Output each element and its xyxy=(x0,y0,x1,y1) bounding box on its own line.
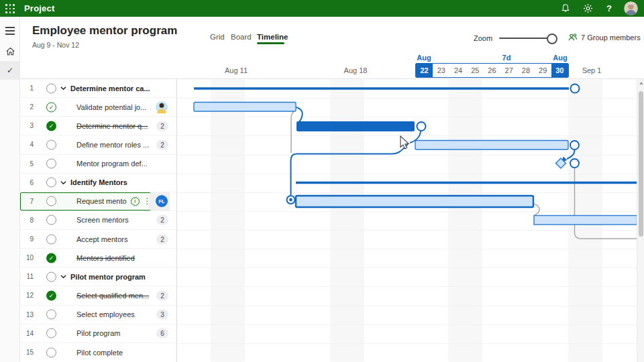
task-complete-toggle[interactable]: ✓ xyxy=(46,253,56,263)
task-row[interactable]: 1 ✓ Determine mentor ca... i ⋮ xyxy=(20,79,176,98)
range-end-month: Aug xyxy=(553,54,567,62)
task-name[interactable]: Pilot program xyxy=(76,329,120,337)
hamburger-menu-icon[interactable] xyxy=(0,21,20,40)
task-row[interactable]: 11 ✓ Pilot mentor program i ⋮ xyxy=(20,267,176,286)
task-row[interactable]: 7 ✓ Request mento i ⋮ FL xyxy=(20,192,176,211)
info-icon[interactable]: i xyxy=(131,197,140,206)
task-row[interactable]: 13 ✓ Select employees i ⋮ 3 xyxy=(20,306,176,324)
task-complete-toggle[interactable]: ✓ xyxy=(46,272,56,282)
task-name[interactable]: Mentors identified xyxy=(76,254,135,262)
day-cell[interactable]: 27 xyxy=(500,64,517,77)
task-complete-toggle[interactable]: ✓ xyxy=(46,159,56,169)
task-complete-toggle[interactable]: ✓ xyxy=(46,196,56,206)
task-complete-toggle[interactable]: ✓ xyxy=(46,310,56,320)
scrollbar-up-arrow-icon[interactable] xyxy=(639,82,643,84)
task-complete-toggle[interactable]: ✓ xyxy=(46,139,56,149)
task-name[interactable]: Accept mentors xyxy=(76,235,127,243)
list-chart-divider[interactable] xyxy=(176,79,177,362)
task-complete-toggle[interactable]: ✓ xyxy=(46,290,56,300)
chart-scrollbar[interactable] xyxy=(637,79,644,362)
day-cell[interactable]: 24 xyxy=(449,64,466,77)
task-name[interactable]: Determine mentor ca... xyxy=(70,84,150,93)
weekend-band xyxy=(568,80,602,362)
task-start-handle xyxy=(287,196,295,204)
zoom-slider-knob[interactable] xyxy=(547,34,557,44)
task-row[interactable]: 12 ✓ Select qualified men... i ⋮ 2 xyxy=(20,286,176,305)
selected-date-range[interactable]: 222324252627282930 xyxy=(415,63,569,78)
task-bar xyxy=(415,141,568,150)
task-complete-toggle[interactable]: ✓ xyxy=(46,328,56,339)
task-number: 7 xyxy=(20,192,34,210)
task-row[interactable]: 3 ✓ Determine mentor q... i ⋮ 2 xyxy=(20,117,176,135)
task-name[interactable]: Determine mentor q... xyxy=(76,122,148,130)
task-name[interactable]: Request mento xyxy=(76,197,127,205)
day-cell[interactable]: 22 xyxy=(416,64,433,77)
chevron-down-icon[interactable] xyxy=(60,85,66,91)
task-name[interactable]: Identify Mentors xyxy=(70,178,127,186)
task-name[interactable]: Select qualified men... xyxy=(76,292,149,300)
assignee-count-badge: 2 xyxy=(156,215,168,225)
tab-grid[interactable]: Grid xyxy=(210,33,225,41)
project-date-range: Aug 9 - Nov 12 xyxy=(32,41,79,49)
task-name[interactable]: Pilot complete xyxy=(76,349,123,357)
assignee-count-badge: 6 xyxy=(156,328,168,339)
task-complete-toggle[interactable]: ✓ xyxy=(46,121,56,131)
task-complete-toggle[interactable]: ✓ xyxy=(46,234,56,244)
task-bar xyxy=(534,216,637,225)
scrollbar-thumb[interactable] xyxy=(639,91,643,237)
day-cell[interactable]: 23 xyxy=(433,64,449,77)
task-end-handle xyxy=(571,84,580,93)
gear-icon[interactable] xyxy=(582,2,594,14)
task-complete-toggle[interactable]: ✓ xyxy=(46,347,56,357)
task-row[interactable]: 5 ✓ Mentor program def... i ⋮ xyxy=(20,155,176,174)
task-row[interactable]: 14 ✓ Pilot program i ⋮ 6 xyxy=(20,324,176,343)
task-row[interactable]: 2 ✓ Validate potential jo... i ⋮ xyxy=(20,98,176,117)
task-name[interactable]: Pilot mentor program xyxy=(70,273,146,281)
chevron-down-icon[interactable] xyxy=(60,274,66,280)
range-start-month: Aug xyxy=(417,54,431,62)
user-avatar[interactable] xyxy=(624,1,638,15)
task-row[interactable]: 15 ✓ Pilot complete i ⋮ xyxy=(20,343,176,362)
task-row[interactable]: 8 ✓ Screen mentors i ⋮ 2 xyxy=(20,211,176,230)
assignee-avatar[interactable] xyxy=(156,101,168,113)
tasks-check-icon[interactable]: ✓ xyxy=(0,61,20,80)
task-row[interactable]: 4 ✓ Define mentor roles ... i ⋮ 2 xyxy=(20,135,176,154)
day-cell[interactable]: 30 xyxy=(551,64,568,77)
task-name[interactable]: Screen mentors xyxy=(76,216,129,224)
task-name[interactable]: Define mentor roles ... xyxy=(76,141,149,149)
task-name[interactable]: Mentor program def... xyxy=(76,160,148,168)
assignee-count-badge: 3 xyxy=(156,310,168,320)
task-name[interactable]: Select employees xyxy=(76,310,135,318)
task-complete-toggle[interactable]: ✓ xyxy=(46,83,56,93)
task-row[interactable]: 6 ✓ Identify Mentors i ⋮ xyxy=(20,174,176,192)
tab-timeline[interactable]: Timeline xyxy=(257,33,288,41)
day-cell[interactable]: 28 xyxy=(517,64,534,77)
task-number: 3 xyxy=(20,117,34,135)
people-icon xyxy=(568,33,578,42)
assignee-avatar[interactable]: FL xyxy=(156,195,168,207)
tab-board[interactable]: Board xyxy=(231,33,252,41)
group-members-label: 7 Group members xyxy=(581,34,641,42)
task-end-handle xyxy=(417,122,426,131)
chevron-down-icon[interactable] xyxy=(60,180,66,186)
app-launcher-waffle-icon[interactable] xyxy=(5,4,15,13)
task-row[interactable]: 9 ✓ Accept mentors i ⋮ 2 xyxy=(20,230,176,249)
help-icon[interactable]: ? xyxy=(603,2,615,14)
task-number: 15 xyxy=(20,343,34,362)
task-complete-toggle[interactable]: ✓ xyxy=(46,215,56,225)
group-members-button[interactable]: 7 Group members xyxy=(568,33,641,42)
task-name[interactable]: Validate potential jo... xyxy=(76,103,146,111)
bell-icon[interactable] xyxy=(559,2,572,14)
dependency-arrow xyxy=(562,157,568,162)
task-bar xyxy=(296,196,533,207)
task-row[interactable]: 10 ✓ Mentors identified i ⋮ xyxy=(20,249,176,267)
day-cell[interactable]: 25 xyxy=(467,64,484,77)
day-cell[interactable]: 29 xyxy=(535,64,551,77)
zoom-label: Zoom xyxy=(474,34,492,42)
task-complete-toggle[interactable]: ✓ xyxy=(46,178,56,188)
mouse-cursor xyxy=(400,136,409,149)
milestone-diamond xyxy=(556,158,566,168)
home-icon[interactable] xyxy=(0,42,20,60)
day-cell[interactable]: 26 xyxy=(484,64,500,77)
task-complete-toggle[interactable]: ✓ xyxy=(46,102,56,112)
